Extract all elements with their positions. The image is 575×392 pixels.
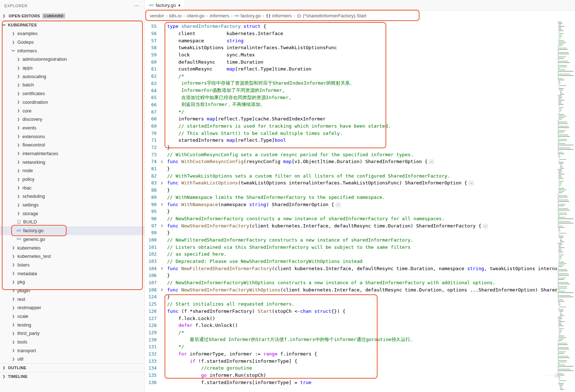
tree-item-rest[interactable]: ❯rest <box>0 295 144 303</box>
tree-item-label: policy <box>22 176 34 182</box>
minimap-line <box>558 120 559 121</box>
code-line: 100// NewFilteredSharedInformerFactory c… <box>145 237 575 244</box>
tree-item-networking[interactable]: ❯networking <box>0 158 144 166</box>
minimap-line <box>558 310 564 310</box>
tree-item-third-party[interactable]: ❯third_party <box>0 329 144 338</box>
breadcrumb-separator: › <box>183 13 185 18</box>
method-icon <box>297 14 301 18</box>
more-actions-icon[interactable]: ⋯ <box>133 3 140 9</box>
tree-item-label: certificates <box>22 91 45 96</box>
fold-chevron-icon[interactable]: ❯ <box>157 203 167 206</box>
tree-item-node[interactable]: ❯node <box>0 166 144 175</box>
tree-item-internalinterfaces[interactable]: ❯internalinterfaces <box>0 149 144 158</box>
minimap-line <box>558 82 561 83</box>
minimap-line <box>558 224 559 225</box>
tree-item-plugin[interactable]: ❯plugin <box>0 286 144 295</box>
tree-item-kubernetes-test[interactable]: ❯kubernetes_test <box>0 252 144 261</box>
minimap-line <box>558 153 565 154</box>
tree-item-settings[interactable]: ❯settings <box>0 201 144 209</box>
workspace-section-header[interactable]: ❯ KUBERNETES <box>0 20 144 29</box>
tree-item-pkg[interactable]: ❯pkg <box>0 278 144 286</box>
fold-chevron-icon[interactable]: ❯ <box>157 160 167 163</box>
breadcrumb-item[interactable]: {}informers <box>266 13 291 18</box>
breadcrumb-separator: › <box>206 13 208 18</box>
outline-section-header[interactable]: ❯ OUTLINE <box>0 363 144 372</box>
minimap-line <box>558 122 567 122</box>
tree-item-apps[interactable]: ❯apps <box>0 64 144 72</box>
minimap-line <box>558 59 559 60</box>
fold-chevron-icon[interactable]: ❯ <box>157 267 167 270</box>
tree-item-extensions[interactable]: ❯extensions <box>0 132 144 141</box>
tree-item-scheduling[interactable]: ❯scheduling <box>0 192 144 201</box>
minimap-line <box>558 56 566 57</box>
breadcrumb-item[interactable]: informers <box>210 13 229 18</box>
code-text: 最后通过Shared Informer的Start方法使f.informers中… <box>167 336 415 343</box>
minimap-line <box>558 304 561 304</box>
tree-item-storage[interactable]: ❯storage <box>0 209 144 218</box>
tree-item-flowcontrol[interactable]: ❯flowcontrol <box>0 141 144 149</box>
tree-item-tools[interactable]: ❯tools <box>0 338 144 346</box>
minimap-line <box>558 29 562 30</box>
tree-item-listers[interactable]: ❯listers <box>0 261 144 269</box>
tree-item-scale[interactable]: ❯scale <box>0 312 144 321</box>
tree-item-kubernetes[interactable]: ❯kubernetes <box>0 243 144 252</box>
fold-chevron-icon[interactable]: ❯ <box>157 181 167 185</box>
timeline-section-header[interactable]: ❯ TIMELINE <box>0 372 144 381</box>
breadcrumb-item[interactable]: client-go <box>187 13 204 18</box>
breadcrumb-item[interactable]: k8s.io <box>169 13 182 18</box>
tree-item-autoscaling[interactable]: ❯autoscaling <box>0 72 144 81</box>
tree-item-coordination[interactable]: ❯coordination <box>0 98 144 107</box>
tree-item-factory-go[interactable]: GOfactory.go <box>0 226 144 235</box>
tree-item-metadata[interactable]: ❯metadata <box>0 269 144 278</box>
explorer-sidebar: EXPLORER ⋯ ❯ OPEN EDITORS 1 UNSAVED ❯ KU… <box>0 0 145 392</box>
minimap-line <box>558 341 559 342</box>
tree-item-certificates[interactable]: ❯certificates <box>0 89 144 98</box>
code-editor[interactable]: 55type sharedInformerFactory struct {56 … <box>145 21 575 392</box>
tree-item-admissionregistration[interactable]: ❯admissionregistration <box>0 55 144 64</box>
chevron-icon: ❯ <box>11 246 16 250</box>
tree-item-policy[interactable]: ❯policy <box>0 175 144 184</box>
minimap-line <box>558 62 570 63</box>
tree-item-rbac[interactable]: ❯rbac <box>0 183 144 192</box>
tree-item-label: testing <box>17 322 31 328</box>
tree-item-batch[interactable]: ❯batch <box>0 81 144 89</box>
breadcrumb-item[interactable]: vendor <box>150 13 164 18</box>
tree-item-generic-go[interactable]: GOgeneric.go <box>0 235 144 244</box>
breadcrumb-item[interactable]: (*sharedInformerFactory).Start <box>297 13 366 18</box>
minimap-line <box>558 87 559 88</box>
breadcrumb-item[interactable]: GOfactory.go <box>234 13 261 18</box>
tree-item-restmapper[interactable]: ❯restmapper <box>0 303 144 312</box>
chevron-icon: ❯ <box>16 92 21 95</box>
tab-factory-go[interactable]: GO factory.go ● <box>145 0 185 10</box>
minimap-line <box>558 279 564 280</box>
minimap-line <box>558 325 563 326</box>
tree-item-informers[interactable]: ❯informers <box>0 46 144 55</box>
minimap-line <box>559 237 563 238</box>
tree-item-label: factory.go <box>23 228 43 233</box>
tree-item-testing[interactable]: ❯testing <box>0 320 144 329</box>
minimap-line <box>558 337 567 338</box>
minimap-line <box>558 142 560 142</box>
minimap[interactable] <box>557 21 575 392</box>
tree-item-transport[interactable]: ❯transport <box>0 346 144 355</box>
tree-item-label: scheduling <box>22 193 45 199</box>
tree-item-events[interactable]: ❯events <box>0 124 144 132</box>
tree-item-discovery[interactable]: ❯discovery <box>0 115 144 124</box>
fold-chevron-icon[interactable]: ❯ <box>157 224 167 227</box>
minimap-line <box>558 343 567 344</box>
minimap-line <box>558 178 563 179</box>
tree-item-util[interactable]: ❯util <box>0 355 144 363</box>
tree-item-examples[interactable]: ❯examples <box>0 29 144 38</box>
tab-bar: GO factory.go ● <box>145 0 575 11</box>
tree-item-build[interactable]: BUILD <box>0 218 144 226</box>
code-text: lock sync.Mutex <box>167 52 255 57</box>
line-number: 135 <box>145 372 157 378</box>
minimap-line <box>558 272 559 273</box>
open-editors-header[interactable]: ❯ OPEN EDITORS 1 UNSAVED <box>0 12 144 20</box>
fold-chevron-icon[interactable]: ❯ <box>157 288 167 291</box>
tree-item-godeps[interactable]: ❯Godeps <box>0 38 144 47</box>
tree-item-core[interactable]: ❯core <box>0 106 144 115</box>
minimap-line <box>558 55 559 56</box>
breadcrumb-label: client-go <box>187 13 204 18</box>
unsaved-dot-icon[interactable]: ● <box>178 3 181 7</box>
